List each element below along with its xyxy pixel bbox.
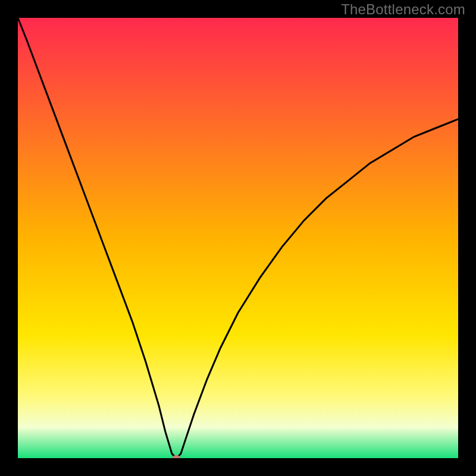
plot-area [18, 18, 458, 458]
watermark: TheBottleneck.com [341, 1, 465, 18]
chart-svg [18, 18, 458, 458]
chart-frame: TheBottleneck.com [0, 0, 476, 476]
watermark-text: TheBottleneck.com [341, 1, 465, 17]
gradient-background [18, 18, 458, 458]
